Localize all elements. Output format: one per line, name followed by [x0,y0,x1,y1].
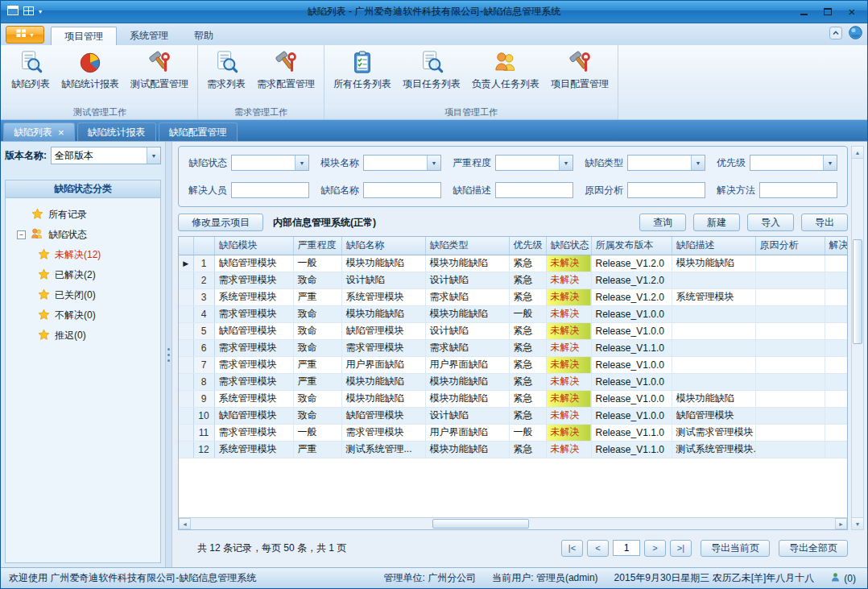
filter-defect-name-input[interactable] [363,182,441,198]
last-page-button[interactable]: >| [670,540,692,557]
filter-severity-select[interactable]: ▼ [495,155,573,171]
project-tasks-button[interactable]: 项目任务列表 [397,48,466,105]
filter-cause-analysis-input[interactable] [627,182,705,198]
column-header[interactable]: 缺陷状态 [546,237,591,255]
scroll-right-icon[interactable]: ► [835,518,847,529]
tab-help[interactable]: 帮助 [181,27,226,45]
filter-module-name-select[interactable]: ▼ [363,155,441,171]
table-row[interactable]: 2需求管理模块致命设计缺陷设计缺陷紧急未解决Release_V1.2.0 [179,272,847,288]
table-row[interactable]: 10缺陷管理模块致命缺陷管理模块设计缺陷紧急未解决Release_V1.0.0缺… [179,407,847,424]
defect-list-button[interactable]: 缺陷列表 [6,48,56,105]
scroll-left-icon[interactable]: ◄ [179,518,191,529]
export-all-pages-button[interactable]: 导出全部页 [779,540,848,557]
cell: 需求缺陷 [425,339,509,356]
ribbon-item-label: 测试配置管理 [130,77,188,91]
filter-defect-status-select[interactable]: ▼ [231,155,309,171]
chevron-down-icon[interactable]: ▼ [147,147,160,164]
table-row[interactable]: 4需求管理模块致命模块功能缺陷模块功能缺陷一般未解决Release_V1.0.0 [179,305,847,322]
application-menu-button[interactable]: ▾ [6,26,44,44]
table-row[interactable]: 3系统管理模块严重系统管理模块需求缺陷紧急未解决Release_V1.2.0系统… [179,288,847,305]
table-row[interactable]: 11需求管理模块一般需求管理模块用户界面缺陷一般未解决Release_V1.1.… [179,424,847,441]
grid-view-icon[interactable] [23,6,34,18]
table-row[interactable]: 5缺陷管理模块致命缺陷管理模块设计缺陷紧急未解决Release_V1.0.0 [179,322,847,339]
close-button[interactable]: × [840,4,864,20]
tree-wontfix[interactable]: 不解决(0) [6,305,160,326]
table-row[interactable]: 6需求管理模块致命需求管理模块需求缺陷紧急未解决Release_V1.1.0 [179,339,847,356]
table-row[interactable]: ▶1缺陷管理模块一般模块功能缺陷模块功能缺陷紧急未解决Release_V1.2.… [179,255,847,272]
splitter[interactable] [166,142,172,567]
owner-tasks-button[interactable]: 负责人任务列表 [466,48,545,105]
horizontal-scrollbar[interactable]: ◄ ► [179,517,847,529]
column-header[interactable]: 缺陷名称 [341,237,425,255]
page-number-input[interactable] [613,540,640,556]
tree-resolved[interactable]: 已解决(2) [6,265,160,285]
tab-defect-report[interactable]: 缺陷统计报表 [77,122,156,141]
tree-all-records[interactable]: 所有记录 [6,205,160,225]
tree-unresolved[interactable]: 未解决(12) [6,245,160,265]
column-header[interactable]: 所属发布版本 [591,237,672,255]
requirement-list-button[interactable]: 需求列表 [201,48,251,105]
filter-defect-type-select[interactable]: ▼ [627,155,705,171]
tree-defect-status[interactable]: −缺陷状态 [6,225,160,245]
tab-system-management[interactable]: 系统管理 [117,27,181,45]
column-header[interactable]: 原因分析 [755,237,825,255]
tree-postponed[interactable]: 推迟(0) [6,326,160,346]
help-icon[interactable] [849,26,862,42]
maximize-button[interactable] [816,4,840,20]
export-button[interactable]: 导出 [801,214,848,231]
filter-label: 模块名称 [320,156,359,170]
requirement-config-button[interactable]: 需求配置管理 [251,48,320,105]
next-page-button[interactable]: > [644,540,666,557]
chevron-down-icon[interactable]: ▼ [691,156,705,170]
vertical-scroll-thumb[interactable] [853,239,862,344]
defect-status-panel: 缺陷状态分类 所有记录−缺陷状态未解决(12)已解决(2)已关闭(0)不解决(0… [5,180,161,563]
minimize-button[interactable] [792,4,816,20]
test-config-button[interactable]: 测试配置管理 [125,48,194,105]
prev-page-button[interactable]: < [587,540,609,557]
all-tasks-button[interactable]: 所有任务列表 [328,48,397,105]
filter-defect-desc-input[interactable] [495,182,573,198]
chevron-down-icon[interactable]: ▼ [559,156,572,170]
column-header[interactable]: 缺陷类型 [425,237,509,255]
tab-close-icon[interactable]: × [58,127,64,138]
chevron-down-icon[interactable]: ▼ [295,156,308,170]
table-row[interactable]: 9系统管理模块致命模块功能缺陷模块功能缺陷紧急未解决Release_V1.0.0… [179,390,847,407]
app-window-icon[interactable] [7,6,19,18]
cell: 严重 [293,441,341,458]
filter-resolver-input[interactable] [231,182,309,198]
search-button[interactable]: 查询 [639,214,686,231]
table-row[interactable]: 8需求管理模块严重模块功能缺陷模块功能缺陷紧急未解决Release_V1.0.0 [179,373,847,390]
cell: 紧急 [509,255,546,272]
scroll-down-icon[interactable]: ▼ [852,517,863,529]
export-current-page-button[interactable]: 导出当前页 [701,540,770,557]
tab-defect-config[interactable]: 缺陷配置管理 [159,122,238,141]
vertical-scrollbar[interactable]: ▲ ▼ [851,146,864,530]
project-config-button[interactable]: 项目配置管理 [545,48,614,105]
collapse-ribbon-icon[interactable] [829,27,842,42]
collapse-icon[interactable]: − [17,230,26,239]
defect-report-button[interactable]: 缺陷统计报表 [56,48,125,105]
tab-project-management[interactable]: 项目管理 [51,27,117,45]
chevron-down-icon[interactable]: ▼ [427,156,440,170]
table-row[interactable]: 7需求管理模块严重用户界面缺陷用户界面缺陷紧急未解决Release_V1.0.0 [179,356,847,373]
first-page-button[interactable]: |< [561,540,583,557]
version-select[interactable]: 全部版本 ▼ [51,147,161,164]
tab-defect-list[interactable]: 缺陷列表× [3,122,75,141]
horizontal-scroll-thumb[interactable] [432,519,529,529]
modify-display-button[interactable]: 修改显示项目 [178,214,263,231]
quick-access-dropdown-icon[interactable]: ▾ [39,8,42,15]
column-header[interactable]: 缺陷描述 [672,237,755,255]
cell: 致命 [293,339,341,356]
filter-solution-input[interactable] [759,182,837,198]
filter-priority-select[interactable]: ▼ [750,155,837,171]
column-header[interactable]: 严重程度 [293,237,341,255]
new-button[interactable]: 新建 [693,214,740,231]
column-header[interactable]: 解决方法 [825,237,847,255]
chevron-down-icon[interactable]: ▼ [823,156,837,170]
import-button[interactable]: 导入 [747,214,794,231]
table-row[interactable]: 12系统管理模块严重测试系统管理...模块功能缺陷紧急未解决Release_V1… [179,441,847,458]
column-header[interactable]: 优先级 [509,237,546,255]
tree-closed[interactable]: 已关闭(0) [6,285,160,305]
scroll-up-icon[interactable]: ▲ [852,147,863,159]
column-header[interactable]: 缺陷模块 [214,237,293,255]
